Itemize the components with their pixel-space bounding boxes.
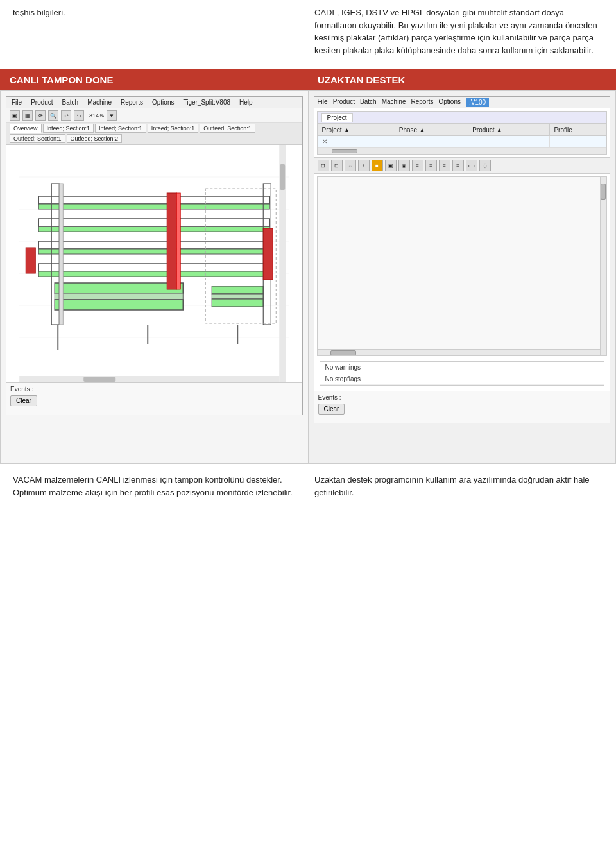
col-phase: Phase ▲ <box>395 124 468 136</box>
rtb-4[interactable]: ↕ <box>358 160 370 171</box>
svg-rect-25 <box>176 193 180 289</box>
svg-rect-14 <box>38 271 270 277</box>
svg-rect-26 <box>263 228 273 280</box>
right-menu-product[interactable]: Product <box>333 98 355 107</box>
menu-reports[interactable]: Reports <box>119 98 145 107</box>
svg-rect-17 <box>55 300 183 310</box>
bottom-right-text: Uzaktan destek programcının kullanım ara… <box>314 474 603 499</box>
rtb-1[interactable]: ⊞ <box>318 160 329 171</box>
right-menu-machine[interactable]: Machine <box>382 98 406 107</box>
right-h-scrollbar[interactable] <box>318 148 607 154</box>
tab-outfeed-3[interactable]: Outfeed; Section:2 <box>67 134 123 143</box>
tab-outfeed-2[interactable]: Outfeed; Section:1 <box>10 134 65 143</box>
toolbar-btn-6[interactable]: ↪ <box>74 110 84 121</box>
svg-rect-22 <box>59 184 63 325</box>
top-text-section: teşhis bilgileri. CADL, IGES, DSTV ve HP… <box>0 0 616 69</box>
rtb-5[interactable]: ■ <box>372 160 383 171</box>
right-app-window: File Product Batch Machine Reports Optio… <box>314 96 611 424</box>
left-menubar[interactable]: File Product Batch Machine Reports Optio… <box>6 97 302 108</box>
right-drawing-area <box>317 176 608 356</box>
menu-tiger[interactable]: Tiger_Split:V808 <box>181 98 232 107</box>
project-tab-bar[interactable]: Project <box>318 112 607 124</box>
tab-infeed-1[interactable]: Infeed; Section:1 <box>43 124 94 133</box>
tab-infeed-3[interactable]: Infeed; Section:1 <box>148 124 199 133</box>
svg-rect-18 <box>212 286 263 294</box>
project-tab[interactable]: Project <box>321 113 353 122</box>
right-events-panel: Events : Clear <box>314 391 610 423</box>
row-icon-cell: ✕ <box>318 136 395 148</box>
bottom-left-paragraph: VACAM malzemelerin CANLI izlenmesi için … <box>13 475 293 497</box>
svg-rect-16 <box>55 293 183 300</box>
toolbar-btn-1[interactable]: ▣ <box>10 110 20 121</box>
col-profile: Profile <box>550 124 606 136</box>
row-product-cell <box>468 136 550 148</box>
svg-rect-24 <box>167 193 176 289</box>
svg-rect-15 <box>55 283 183 293</box>
toolbar-btn-4[interactable]: 🔍 <box>48 110 58 121</box>
right-clear-button[interactable]: Clear <box>318 404 345 415</box>
right-menu-options[interactable]: Options <box>439 98 461 107</box>
menu-options[interactable]: Options <box>150 98 176 107</box>
rtb-6[interactable]: ▣ <box>385 160 397 171</box>
rtb-8[interactable]: ≡ <box>412 160 424 171</box>
toolbar-btn-zoom[interactable]: ▼ <box>107 110 117 121</box>
svg-rect-8 <box>38 204 270 209</box>
col-product: Product ▲ <box>468 124 550 136</box>
right-v-scrollbar-thumb <box>601 184 606 200</box>
menu-machine[interactable]: Machine <box>85 98 114 107</box>
rtb-3[interactable]: ↔ <box>345 160 356 171</box>
svg-rect-27 <box>26 248 35 273</box>
tab-infeed-2[interactable]: Infeed; Section:1 <box>95 124 146 133</box>
menu-batch[interactable]: Batch <box>60 98 81 107</box>
rtb-12[interactable]: ⟷ <box>466 160 477 171</box>
menu-help[interactable]: Help <box>237 98 255 107</box>
menu-product[interactable]: Product <box>29 98 55 107</box>
rtb-9[interactable]: ≡ <box>425 160 437 171</box>
top-left-paragraph: teşhis bilgileri. <box>13 8 65 17</box>
right-menu-batch[interactable]: Batch <box>360 98 377 107</box>
right-menu-reports[interactable]: Reports <box>411 98 433 107</box>
right-drawing-toolbar: ⊞ ⊟ ↔ ↕ ■ ▣ ◉ ≡ ≡ ≡ ≡ ⟷ ⟨⟩ <box>314 157 610 174</box>
bottom-left-text: VACAM malzemelerin CANLI izlenmesi için … <box>13 474 302 499</box>
right-menubar[interactable]: File Product Batch Machine Reports Optio… <box>314 97 610 108</box>
rtb-7[interactable]: ◉ <box>398 160 410 171</box>
row-phase-cell <box>395 136 468 148</box>
no-stopflags-row: No stopflags <box>320 373 604 385</box>
right-v-scrollbar[interactable] <box>600 177 606 355</box>
top-right-paragraph: CADL, IGES, DSTV ve HPGL dosyaları gibi … <box>314 8 597 55</box>
right-screenshot-panel: File Product Batch Machine Reports Optio… <box>309 91 616 463</box>
right-section-header: UZAKTAN DESTEK <box>308 69 616 90</box>
svg-rect-19 <box>212 294 263 299</box>
menu-file[interactable]: File <box>10 98 24 107</box>
section-headers: CANLI TAMPON DONE UZAKTAN DESTEK <box>0 69 616 90</box>
toolbar-btn-2[interactable]: ▦ <box>22 110 33 121</box>
right-menu-file[interactable]: File <box>318 98 328 107</box>
tab-overview[interactable]: Overview <box>10 124 42 133</box>
right-bottom-scrollbar-thumb <box>330 350 356 355</box>
left-events-label: Events : <box>10 386 298 393</box>
svg-rect-12 <box>38 249 270 254</box>
left-clear-button[interactable]: Clear <box>10 395 37 406</box>
left-events-panel: Events : Clear <box>6 382 302 415</box>
warnings-panel: No warnings No stopflags <box>320 361 605 386</box>
rtb-13[interactable]: ⟨⟩ <box>479 160 491 171</box>
rtb-10[interactable]: ≡ <box>439 160 450 171</box>
left-section-header: CANLI TAMPON DONE <box>0 69 308 90</box>
no-warnings-row: No warnings <box>320 362 604 373</box>
rtb-2[interactable]: ⊟ <box>331 160 343 171</box>
zoom-level: 314% <box>89 112 104 119</box>
right-scrollbar-thumb <box>332 149 357 153</box>
tab-outfeed-1[interactable]: Outfeed; Section:1 <box>200 124 255 133</box>
left-tab-bar[interactable]: Overview Infeed; Section:1 Infeed; Secti… <box>6 123 302 145</box>
right-bottom-scrollbar[interactable] <box>318 349 601 355</box>
top-left-text: teşhis bilgileri. <box>13 6 302 56</box>
project-panel: Project Project ▲ Phase ▲ Product ▲ Prof… <box>317 111 608 155</box>
table-row-1: ✕ <box>318 136 606 148</box>
toolbar-btn-3[interactable]: ⟳ <box>35 110 46 121</box>
svg-rect-20 <box>212 299 263 307</box>
cad-drawing <box>6 145 302 382</box>
right-version-badge: :V100 <box>466 98 489 107</box>
rtb-11[interactable]: ≡ <box>452 160 464 171</box>
toolbar-btn-5[interactable]: ↩ <box>61 110 71 121</box>
left-screenshot-panel: File Product Batch Machine Reports Optio… <box>1 91 309 463</box>
